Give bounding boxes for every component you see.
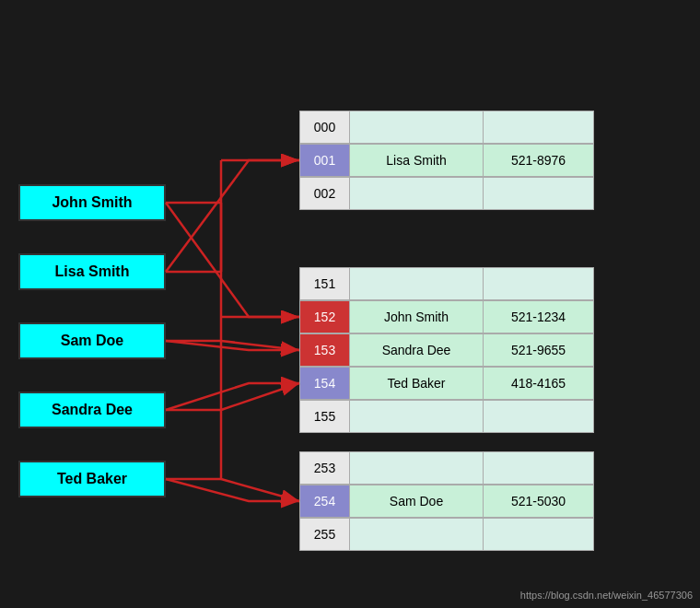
hash-index-254: 254 bbox=[299, 485, 350, 518]
hash-phone-000 bbox=[484, 111, 594, 144]
person-sandra-dee: Sandra Dee bbox=[18, 392, 166, 428]
person-ted-baker: Ted Baker bbox=[18, 461, 166, 497]
hash-name-001: Lisa Smith bbox=[350, 144, 484, 177]
hash-row-001: 001 Lisa Smith 521-8976 bbox=[299, 144, 594, 177]
hash-phone-153: 521-9655 bbox=[484, 333, 594, 367]
hash-name-154: Ted Baker bbox=[350, 367, 484, 400]
hash-row-152: 152 John Smith 521-1234 bbox=[299, 300, 594, 333]
hash-name-153: Sandra Dee bbox=[350, 333, 484, 367]
hash-index-153: 153 bbox=[299, 333, 350, 367]
hash-name-152: John Smith bbox=[350, 300, 484, 333]
hash-phone-001: 521-8976 bbox=[484, 144, 594, 177]
arrow-ted-254 bbox=[166, 479, 299, 501]
hash-name-253 bbox=[350, 451, 484, 485]
person-lisa-smith: Lisa Smith bbox=[18, 253, 166, 290]
hash-row-155: 155 bbox=[299, 400, 594, 433]
h-to-153 bbox=[221, 341, 299, 350]
hash-name-151 bbox=[350, 267, 484, 300]
hash-index-000: 000 bbox=[299, 111, 350, 144]
hash-name-002 bbox=[350, 177, 484, 210]
h-to-254 bbox=[221, 479, 299, 501]
hash-group-253: 253 254 Sam Doe 521-5030 255 bbox=[299, 451, 594, 551]
hash-row-000: 000 bbox=[299, 111, 594, 144]
hash-row-151: 151 bbox=[299, 267, 594, 300]
hash-phone-154: 418-4165 bbox=[484, 367, 594, 400]
hash-phone-254: 521-5030 bbox=[484, 485, 594, 518]
arrow-sandra-154 bbox=[166, 383, 299, 410]
hash-index-253: 253 bbox=[299, 451, 350, 485]
hash-phone-155 bbox=[484, 400, 594, 433]
hash-phone-002 bbox=[484, 177, 594, 210]
arrow-john-152 bbox=[166, 203, 299, 317]
arrow-lisa-001 bbox=[166, 160, 299, 272]
hash-index-002: 002 bbox=[299, 177, 350, 210]
person-john-smith: John Smith bbox=[18, 184, 166, 221]
hash-row-255: 255 bbox=[299, 518, 594, 551]
hash-index-255: 255 bbox=[299, 518, 350, 551]
diagram-container: John Smith Lisa Smith Sam Doe Sandra Dee… bbox=[0, 0, 700, 608]
hash-index-155: 155 bbox=[299, 400, 350, 433]
hash-phone-151 bbox=[484, 267, 594, 300]
hash-row-153: 153 Sandra Dee 521-9655 bbox=[299, 333, 594, 367]
hash-row-254: 254 Sam Doe 521-5030 bbox=[299, 485, 594, 518]
hash-index-154: 154 bbox=[299, 367, 350, 400]
hash-group-151: 151 152 John Smith 521-1234 153 Sandra D… bbox=[299, 267, 594, 433]
hash-name-254: Sam Doe bbox=[350, 485, 484, 518]
hash-phone-253 bbox=[484, 451, 594, 485]
hash-name-000 bbox=[350, 111, 484, 144]
hash-row-154: 154 Ted Baker 418-4165 bbox=[299, 367, 594, 400]
hash-index-001: 001 bbox=[299, 144, 350, 177]
hash-row-253: 253 bbox=[299, 451, 594, 485]
hash-phone-255 bbox=[484, 518, 594, 551]
hash-index-151: 151 bbox=[299, 267, 350, 300]
hash-group-000: 000 001 Lisa Smith 521-8976 002 bbox=[299, 111, 594, 210]
hash-name-155 bbox=[350, 400, 484, 433]
arrow-sam-153 bbox=[166, 341, 299, 350]
hash-name-255 bbox=[350, 518, 484, 551]
hash-phone-152: 521-1234 bbox=[484, 300, 594, 333]
h-to-154 bbox=[221, 383, 299, 410]
hash-index-152: 152 bbox=[299, 300, 350, 333]
person-sam-doe: Sam Doe bbox=[18, 322, 166, 359]
watermark: https://blog.csdn.net/weixin_46577306 bbox=[520, 590, 693, 601]
hash-row-002: 002 bbox=[299, 177, 594, 210]
